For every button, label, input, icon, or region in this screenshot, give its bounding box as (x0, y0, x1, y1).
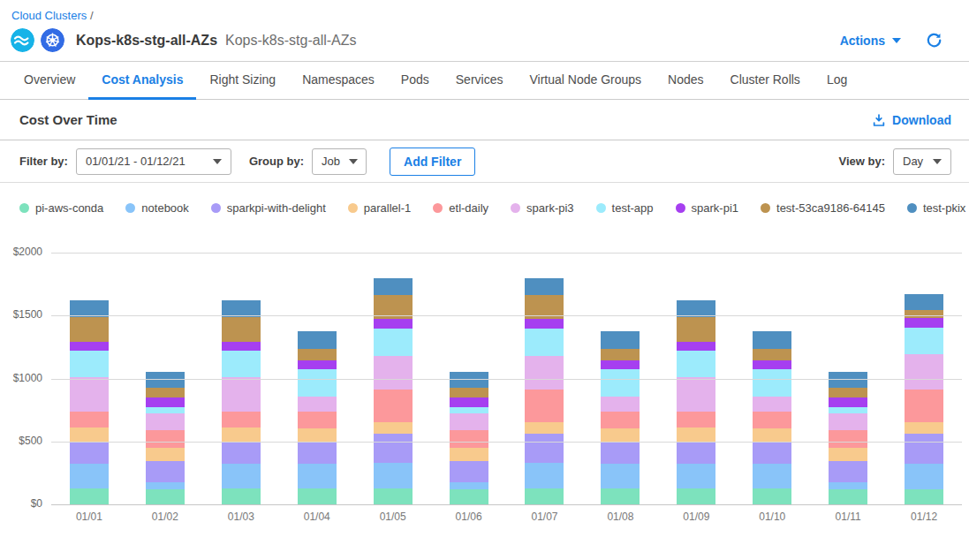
legend-item-spark-pi1[interactable]: spark-pi1 (676, 201, 738, 215)
bar-segment-test-app (222, 351, 261, 377)
bar-segment-parallel-1 (450, 448, 488, 461)
bar-segment-test-app (829, 407, 867, 414)
bar-segment-spark-pi1 (829, 397, 867, 407)
bar-segment-notebook (753, 464, 791, 489)
bar-segment-spark-pi3 (677, 377, 715, 411)
legend-dot-icon (19, 203, 29, 213)
bar-segment-sparkpi-with-delight (222, 442, 261, 463)
bar-stack-01-07 (525, 278, 564, 504)
tab-pods[interactable]: Pods (388, 62, 443, 100)
legend-label: test-app (612, 201, 654, 215)
bar-segment-spark-pi1 (146, 397, 185, 407)
legend-item-test-app[interactable]: test-app (596, 201, 654, 215)
legend-label: test-53ca9186-64145 (776, 201, 885, 215)
legend-item-etl-daily[interactable]: etl-daily (433, 201, 488, 215)
date-range-dropdown[interactable]: 01/01/21 - 01/12/21 (76, 148, 231, 175)
bar-segment-spark-pi3 (905, 354, 943, 389)
legend-dot-icon (511, 203, 520, 213)
bar-segment-test-pkix (222, 300, 261, 317)
refresh-button[interactable] (926, 32, 943, 49)
bar-segment-spark-pi1 (905, 318, 943, 328)
x-axis-label-01-12: 01/12 (886, 511, 962, 523)
legend-item-parallel-1[interactable]: parallel-1 (348, 201, 411, 215)
legend-label: spark-pi1 (692, 201, 738, 215)
bar-segment-etl-daily (298, 412, 337, 428)
bar-segment-etl-daily (753, 412, 791, 428)
bar-segment-parallel-1 (601, 428, 640, 443)
bar-segment-parallel-1 (525, 422, 564, 434)
bar-segment-test-53ca9186-64145 (70, 317, 109, 343)
tab-overview[interactable]: Overview (11, 62, 88, 100)
bar-segment-spark-pi1 (450, 397, 488, 407)
bar-segment-test-53ca9186-64145 (298, 349, 337, 360)
legend-item-spark-pi3[interactable]: spark-pi3 (511, 201, 573, 215)
legend-dot-icon (348, 203, 358, 213)
kubernetes-logo-icon (41, 28, 64, 52)
bar-segment-test-pkix (525, 278, 564, 295)
bar-segment-etl-daily (146, 430, 185, 448)
bar-segment-test-app (298, 369, 337, 397)
chevron-down-icon (213, 159, 222, 164)
legend-item-sparkpi-with-delight[interactable]: sparkpi-with-delight (211, 201, 326, 215)
group-by-dropdown[interactable]: Job (312, 148, 367, 175)
x-axis-label-01-11: 01/11 (810, 511, 886, 523)
tab-nodes[interactable]: Nodes (655, 62, 716, 100)
bar-segment-test-pkix (601, 331, 640, 349)
tab-services[interactable]: Services (443, 62, 517, 100)
chevron-down-icon (349, 159, 358, 164)
tab-cluster-rolls[interactable]: Cluster Rolls (717, 62, 814, 100)
bar-segment-spark-pi3 (374, 356, 413, 390)
legend-item-pi-aws-conda[interactable]: pi-aws-conda (19, 201, 103, 215)
y-axis-tick-label: $0 (0, 497, 42, 510)
bar-segment-etl-daily (70, 412, 109, 428)
x-axis-label-01-05: 01/05 (355, 511, 431, 523)
bar-segment-pi-aws-conda (146, 489, 185, 504)
group-by-label: Group by: (249, 155, 304, 168)
download-button[interactable]: Download (872, 113, 951, 127)
bar-segment-notebook (450, 482, 488, 489)
chart-x-axis-labels: 01/0101/0201/0301/0401/0501/0601/0701/08… (51, 511, 962, 523)
legend-item-notebook[interactable]: notebook (125, 201, 189, 215)
bar-segment-notebook (525, 463, 564, 488)
actions-label: Actions (840, 34, 885, 48)
tabs: OverviewCost AnalysisRight SizingNamespa… (0, 62, 969, 100)
bar-segment-pi-aws-conda (905, 489, 943, 504)
bar-segment-spark-pi1 (374, 319, 413, 329)
bar-segment-sparkpi-with-delight (70, 442, 109, 463)
tab-virtual-node-groups[interactable]: Virtual Node Groups (516, 62, 655, 100)
y-axis-tick-label: $1500 (0, 308, 42, 321)
tab-log[interactable]: Log (814, 62, 860, 100)
legend-label: etl-daily (449, 201, 488, 215)
legend-label: sparkpi-with-delight (227, 201, 326, 215)
legend-item-test-pkix[interactable]: test-pkix (907, 201, 965, 215)
add-filter-button[interactable]: Add Filter (390, 148, 475, 176)
ocean-logo-icon (11, 28, 34, 52)
bar-stack-01-02 (146, 372, 185, 504)
view-by-dropdown[interactable]: Day (893, 148, 951, 175)
bar-segment-parallel-1 (829, 448, 867, 461)
bar-segment-notebook (905, 464, 943, 489)
cost-over-time-section-header: Cost Over Time Download (0, 100, 969, 140)
bar-segment-etl-daily (829, 430, 867, 448)
bar-segment-test-53ca9186-64145 (677, 317, 715, 343)
actions-button[interactable]: Actions (840, 34, 901, 48)
bar-segment-sparkpi-with-delight (829, 461, 867, 482)
breadcrumb-link-cloud-clusters[interactable]: Cloud Clusters (11, 9, 87, 22)
bar-segment-sparkpi-with-delight (298, 442, 337, 463)
bar-segment-sparkpi-with-delight (525, 434, 564, 463)
bar-segment-test-53ca9186-64145 (905, 310, 943, 318)
bar-segment-notebook (677, 464, 715, 489)
bar-segment-spark-pi3 (222, 377, 261, 411)
tab-cost-analysis[interactable]: Cost Analysis (88, 62, 196, 100)
tab-right-sizing[interactable]: Right Sizing (196, 62, 289, 100)
tab-namespaces[interactable]: Namespaces (289, 62, 388, 100)
legend-label: parallel-1 (364, 201, 411, 215)
bar-segment-test-53ca9186-64145 (450, 388, 488, 397)
bar-segment-notebook (70, 464, 109, 489)
bar-segment-test-pkix (374, 278, 413, 295)
gridline-500 (51, 442, 962, 443)
download-icon (872, 113, 886, 127)
bar-segment-pi-aws-conda (222, 488, 261, 504)
legend-item-test-53ca9186-64145[interactable]: test-53ca9186-64145 (761, 201, 885, 215)
bar-stack-01-10 (753, 331, 791, 504)
